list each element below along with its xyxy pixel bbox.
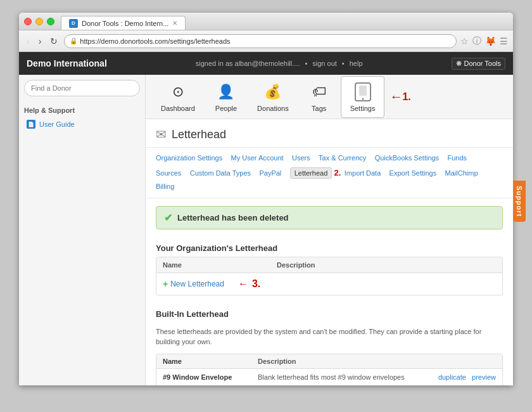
- builtin-description: These letterheads are provided by the sy…: [146, 323, 513, 354]
- builtin-actions-1: duplicate preview: [414, 373, 496, 381]
- annotation-3: 3.: [252, 278, 260, 290]
- success-message: Letterhead has been deleted: [177, 213, 289, 222]
- duplicate-link-1[interactable]: duplicate: [438, 373, 466, 381]
- builtin-table: Name Description #9 Window Envelope Blan…: [156, 354, 503, 385]
- letterhead-icon: ✉: [156, 127, 167, 142]
- svg-point-2: [362, 98, 364, 100]
- tab-people-label: People: [215, 105, 237, 112]
- support-tab[interactable]: Support: [513, 181, 526, 222]
- browser-nav: ‹ › ↻ 🔒 https://demo.donortools.com/sett…: [19, 30, 513, 52]
- page-header: ✉ Letterhead: [146, 119, 513, 148]
- builtin-desc-1: Blank letterhead fits most #9 window env…: [258, 373, 414, 381]
- tags-icon: 🏷: [309, 82, 329, 102]
- header-desc: Description: [277, 261, 496, 269]
- new-letterhead-label: New Letterhead: [170, 280, 224, 288]
- header-name: Name: [163, 261, 277, 269]
- menu-icon[interactable]: ☰: [500, 36, 508, 46]
- separator2: •: [342, 60, 345, 67]
- settings-icon: [353, 82, 373, 102]
- firefox-icon[interactable]: 🦊: [485, 36, 496, 46]
- forward-button[interactable]: ›: [36, 35, 44, 48]
- support-tab-label: Support: [516, 186, 523, 217]
- tab-donations-label: Donations: [257, 105, 289, 112]
- settings-link-org[interactable]: Organization Settings: [156, 154, 222, 162]
- tab-dashboard[interactable]: ⊙ Dashboard: [152, 77, 204, 117]
- settings-link-export[interactable]: Export Settings: [390, 169, 437, 177]
- signed-in-text: signed in as alban@themolehill....: [196, 60, 300, 67]
- your-letterhead-section-title: Your Organization's Letterhead: [146, 237, 513, 257]
- preview-link-1[interactable]: preview: [472, 373, 496, 381]
- app-header: Demo International signed in as alban@th…: [19, 52, 513, 75]
- settings-link-funds[interactable]: Funds: [447, 154, 467, 162]
- sign-out-link[interactable]: sign out: [312, 60, 337, 67]
- settings-link-sources[interactable]: Sources: [156, 169, 181, 177]
- tab-donations[interactable]: 💰 Donations: [248, 77, 298, 117]
- refresh-button[interactable]: ↻: [48, 35, 60, 48]
- sidebar: Help & Support 📄 User Guide: [19, 75, 146, 385]
- tab-settings[interactable]: Settings: [341, 76, 385, 118]
- help-section-title: Help & Support: [24, 106, 140, 114]
- tab-title: Donor Tools : Demo Intern...: [82, 20, 168, 27]
- browser-titlebar: D Donor Tools : Demo Intern... ✕: [19, 13, 513, 30]
- settings-link-billing[interactable]: Billing: [156, 183, 174, 190]
- settings-nav: Organization Settings My User Account Us…: [146, 148, 513, 198]
- address-bar[interactable]: 🔒 https://demo.donortools.com/settings/l…: [64, 34, 457, 48]
- tab-tags[interactable]: 🏷 Tags: [300, 77, 338, 117]
- builtin-header-actions: [414, 357, 496, 365]
- tab-favicon: D: [69, 19, 78, 28]
- top-nav: ⊙ Dashboard 👤 People 💰 Donations 🏷: [146, 75, 513, 119]
- settings-link-custom-data[interactable]: Custom Data Types: [190, 169, 251, 177]
- settings-link-mailchimp[interactable]: MailChimp: [445, 169, 478, 177]
- settings-link-quickbooks[interactable]: QuickBooks Settings: [375, 154, 440, 162]
- logo-icon: ❋: [456, 60, 462, 68]
- help-link[interactable]: help: [350, 60, 363, 67]
- tab-people[interactable]: 👤 People: [206, 77, 246, 117]
- builtin-row-1: #9 Window Envelope Blank letterhead fits…: [156, 369, 502, 385]
- logo-text: Donor Tools: [464, 60, 502, 67]
- minimize-button[interactable]: [35, 18, 43, 25]
- separator: •: [305, 60, 307, 67]
- annotation-1: 1.: [402, 91, 410, 103]
- settings-link-paypal[interactable]: PayPal: [259, 169, 281, 177]
- url-text: https://demo.donortools.com/settings/let…: [80, 37, 230, 45]
- bookmark-icon[interactable]: ☆: [460, 36, 469, 46]
- annotation-2: 2.: [334, 168, 341, 177]
- traffic-lights: [24, 18, 54, 25]
- settings-link-import[interactable]: Import Data: [345, 169, 381, 177]
- success-banner: ✔ Letterhead has been deleted: [156, 206, 503, 229]
- donations-icon: 💰: [263, 82, 283, 102]
- builtin-section-title: Built-In Letterhead: [146, 303, 513, 323]
- settings-link-user-account[interactable]: My User Account: [231, 154, 284, 162]
- maximize-button[interactable]: [47, 18, 54, 25]
- settings-link-users[interactable]: Users: [292, 154, 310, 162]
- help-section: Help & Support 📄 User Guide: [24, 106, 140, 131]
- tab-dashboard-label: Dashboard: [161, 105, 195, 112]
- settings-link-tax[interactable]: Tax & Currency: [319, 154, 366, 162]
- tab-close-icon[interactable]: ✕: [172, 20, 177, 27]
- plus-icon: +: [163, 279, 168, 289]
- table-row-new: + New Letterhead ← 3.: [156, 273, 502, 295]
- tab-settings-label: Settings: [350, 105, 376, 112]
- user-guide-label: User Guide: [39, 120, 75, 128]
- svg-rect-1: [359, 86, 367, 96]
- sidebar-item-user-guide[interactable]: 📄 User Guide: [24, 118, 140, 131]
- new-letterhead-link[interactable]: + New Letterhead: [163, 279, 224, 289]
- back-button[interactable]: ‹: [24, 35, 32, 48]
- builtin-name-1: #9 Window Envelope: [163, 373, 258, 381]
- browser-tab[interactable]: D Donor Tools : Demo Intern... ✕: [61, 16, 186, 30]
- annotation-3-arrow: ←: [238, 278, 248, 290]
- close-button[interactable]: [24, 18, 32, 25]
- search-input[interactable]: [24, 80, 140, 96]
- user-guide-icon: 📄: [27, 120, 35, 129]
- lock-icon: 🔒: [70, 37, 77, 44]
- builtin-header: Name Description: [156, 354, 502, 369]
- app-brand: Demo International: [27, 58, 107, 68]
- settings-link-letterhead-active[interactable]: Letterhead: [290, 167, 332, 179]
- people-icon: 👤: [216, 82, 236, 102]
- donor-tools-logo: ❋ Donor Tools: [452, 58, 506, 70]
- table-header: Name Description: [156, 257, 502, 273]
- page-title: Letterhead: [172, 128, 226, 141]
- tab-tags-label: Tags: [312, 105, 326, 112]
- letterhead-table: Name Description + New Letterhead ←: [156, 257, 503, 295]
- info-icon[interactable]: ⓘ: [472, 35, 481, 47]
